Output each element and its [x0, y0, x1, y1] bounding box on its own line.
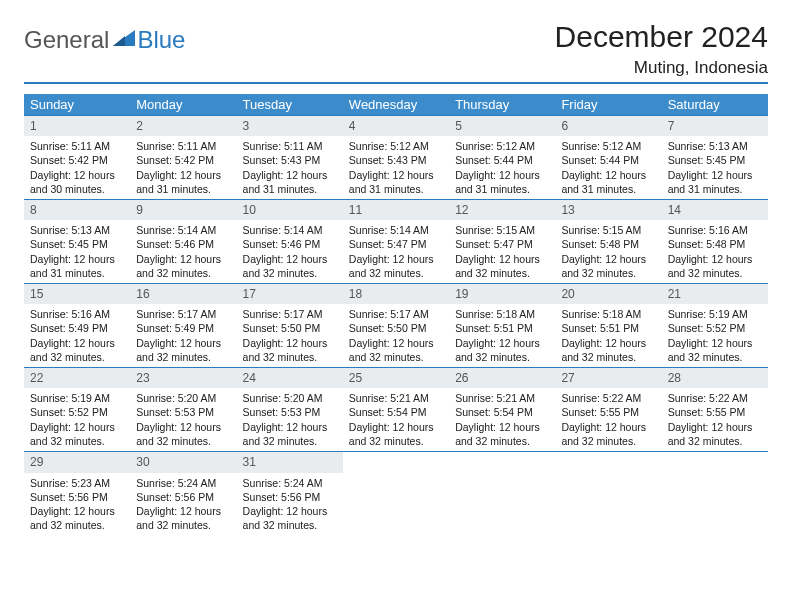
logo-text-2: Blue	[137, 26, 185, 54]
daylight-line: Daylight: 12 hours and 31 minutes.	[668, 168, 762, 196]
sunrise-line: Sunrise: 5:20 AM	[243, 391, 337, 405]
sunrise-line: Sunrise: 5:22 AM	[668, 391, 762, 405]
page-title: December 2024	[555, 20, 768, 54]
day-details: Sunrise: 5:18 AMSunset: 5:51 PMDaylight:…	[449, 304, 555, 367]
day-number: 3	[237, 115, 343, 136]
day-details: Sunrise: 5:14 AMSunset: 5:46 PMDaylight:…	[130, 220, 236, 283]
weekday-header: Tuesday	[237, 94, 343, 115]
sunrise-line: Sunrise: 5:11 AM	[30, 139, 124, 153]
daylight-line: Daylight: 12 hours and 31 minutes.	[561, 168, 655, 196]
day-number: 9	[130, 199, 236, 220]
day-number: 5	[449, 115, 555, 136]
calendar-week-row: 22Sunrise: 5:19 AMSunset: 5:52 PMDayligh…	[24, 367, 768, 451]
daylight-line: Daylight: 12 hours and 32 minutes.	[30, 420, 124, 448]
sunrise-line: Sunrise: 5:22 AM	[561, 391, 655, 405]
sunrise-line: Sunrise: 5:19 AM	[30, 391, 124, 405]
day-number: 4	[343, 115, 449, 136]
daylight-line: Daylight: 12 hours and 31 minutes.	[243, 168, 337, 196]
sunset-line: Sunset: 5:42 PM	[30, 153, 124, 167]
day-number: 8	[24, 199, 130, 220]
day-details: Sunrise: 5:17 AMSunset: 5:50 PMDaylight:…	[237, 304, 343, 367]
day-details: Sunrise: 5:14 AMSunset: 5:46 PMDaylight:…	[237, 220, 343, 283]
sunrise-line: Sunrise: 5:15 AM	[455, 223, 549, 237]
day-number: 19	[449, 283, 555, 304]
calendar-day-cell: 22Sunrise: 5:19 AMSunset: 5:52 PMDayligh…	[24, 367, 130, 451]
day-number: 18	[343, 283, 449, 304]
day-details: Sunrise: 5:17 AMSunset: 5:50 PMDaylight:…	[343, 304, 449, 367]
calendar-day-cell: 17Sunrise: 5:17 AMSunset: 5:50 PMDayligh…	[237, 283, 343, 367]
day-details: Sunrise: 5:21 AMSunset: 5:54 PMDaylight:…	[449, 388, 555, 451]
sunrise-line: Sunrise: 5:17 AM	[349, 307, 443, 321]
day-details: Sunrise: 5:11 AMSunset: 5:43 PMDaylight:…	[237, 136, 343, 199]
daylight-line: Daylight: 12 hours and 31 minutes.	[136, 168, 230, 196]
daylight-line: Daylight: 12 hours and 31 minutes.	[455, 168, 549, 196]
calendar-week-row: 29Sunrise: 5:23 AMSunset: 5:56 PMDayligh…	[24, 451, 768, 535]
day-details: Sunrise: 5:11 AMSunset: 5:42 PMDaylight:…	[130, 136, 236, 199]
sunset-line: Sunset: 5:54 PM	[349, 405, 443, 419]
sunset-line: Sunset: 5:56 PM	[136, 490, 230, 504]
weekday-header: Sunday	[24, 94, 130, 115]
svg-marker-1	[113, 36, 125, 46]
daylight-line: Daylight: 12 hours and 32 minutes.	[668, 252, 762, 280]
calendar-day-cell: 26Sunrise: 5:21 AMSunset: 5:54 PMDayligh…	[449, 367, 555, 451]
sunset-line: Sunset: 5:47 PM	[349, 237, 443, 251]
day-details: Sunrise: 5:11 AMSunset: 5:42 PMDaylight:…	[24, 136, 130, 199]
calendar-day-cell: 21Sunrise: 5:19 AMSunset: 5:52 PMDayligh…	[662, 283, 768, 367]
calendar-table: SundayMondayTuesdayWednesdayThursdayFrid…	[24, 94, 768, 535]
weekday-header-row: SundayMondayTuesdayWednesdayThursdayFrid…	[24, 94, 768, 115]
daylight-line: Daylight: 12 hours and 32 minutes.	[136, 252, 230, 280]
sunset-line: Sunset: 5:56 PM	[30, 490, 124, 504]
sunset-line: Sunset: 5:51 PM	[455, 321, 549, 335]
day-number: 31	[237, 451, 343, 472]
calendar-day-cell	[449, 451, 555, 535]
sunset-line: Sunset: 5:53 PM	[243, 405, 337, 419]
daylight-line: Daylight: 12 hours and 32 minutes.	[455, 336, 549, 364]
daylight-line: Daylight: 12 hours and 32 minutes.	[349, 252, 443, 280]
day-details: Sunrise: 5:20 AMSunset: 5:53 PMDaylight:…	[237, 388, 343, 451]
day-details: Sunrise: 5:22 AMSunset: 5:55 PMDaylight:…	[555, 388, 661, 451]
day-number: 14	[662, 199, 768, 220]
sail-icon	[111, 26, 137, 54]
calendar-day-cell	[555, 451, 661, 535]
day-details: Sunrise: 5:24 AMSunset: 5:56 PMDaylight:…	[237, 473, 343, 536]
daylight-line: Daylight: 12 hours and 32 minutes.	[30, 336, 124, 364]
day-details: Sunrise: 5:19 AMSunset: 5:52 PMDaylight:…	[24, 388, 130, 451]
day-number: 30	[130, 451, 236, 472]
day-number: 27	[555, 367, 661, 388]
day-details: Sunrise: 5:18 AMSunset: 5:51 PMDaylight:…	[555, 304, 661, 367]
calendar-day-cell: 7Sunrise: 5:13 AMSunset: 5:45 PMDaylight…	[662, 115, 768, 199]
weekday-header: Thursday	[449, 94, 555, 115]
daylight-line: Daylight: 12 hours and 30 minutes.	[30, 168, 124, 196]
calendar-day-cell: 16Sunrise: 5:17 AMSunset: 5:49 PMDayligh…	[130, 283, 236, 367]
sunset-line: Sunset: 5:53 PM	[136, 405, 230, 419]
day-number: 24	[237, 367, 343, 388]
daylight-line: Daylight: 12 hours and 32 minutes.	[136, 336, 230, 364]
calendar-day-cell: 27Sunrise: 5:22 AMSunset: 5:55 PMDayligh…	[555, 367, 661, 451]
sunrise-line: Sunrise: 5:12 AM	[455, 139, 549, 153]
calendar-day-cell: 24Sunrise: 5:20 AMSunset: 5:53 PMDayligh…	[237, 367, 343, 451]
sunset-line: Sunset: 5:45 PM	[668, 153, 762, 167]
calendar-day-cell: 5Sunrise: 5:12 AMSunset: 5:44 PMDaylight…	[449, 115, 555, 199]
daylight-line: Daylight: 12 hours and 32 minutes.	[243, 336, 337, 364]
calendar-day-cell: 20Sunrise: 5:18 AMSunset: 5:51 PMDayligh…	[555, 283, 661, 367]
day-number: 13	[555, 199, 661, 220]
sunrise-line: Sunrise: 5:12 AM	[349, 139, 443, 153]
daylight-line: Daylight: 12 hours and 32 minutes.	[243, 420, 337, 448]
day-number: 7	[662, 115, 768, 136]
day-details: Sunrise: 5:23 AMSunset: 5:56 PMDaylight:…	[24, 473, 130, 536]
day-number: 15	[24, 283, 130, 304]
day-number: 21	[662, 283, 768, 304]
day-number: 16	[130, 283, 236, 304]
daylight-line: Daylight: 12 hours and 32 minutes.	[668, 336, 762, 364]
calendar-day-cell: 6Sunrise: 5:12 AMSunset: 5:44 PMDaylight…	[555, 115, 661, 199]
sunset-line: Sunset: 5:55 PM	[668, 405, 762, 419]
sunset-line: Sunset: 5:45 PM	[30, 237, 124, 251]
logo-text-1: General	[24, 26, 109, 54]
brand-logo: General Blue	[24, 20, 185, 54]
sunrise-line: Sunrise: 5:17 AM	[136, 307, 230, 321]
sunset-line: Sunset: 5:43 PM	[349, 153, 443, 167]
calendar-day-cell: 23Sunrise: 5:20 AMSunset: 5:53 PMDayligh…	[130, 367, 236, 451]
day-number: 1	[24, 115, 130, 136]
sunrise-line: Sunrise: 5:20 AM	[136, 391, 230, 405]
day-number: 23	[130, 367, 236, 388]
